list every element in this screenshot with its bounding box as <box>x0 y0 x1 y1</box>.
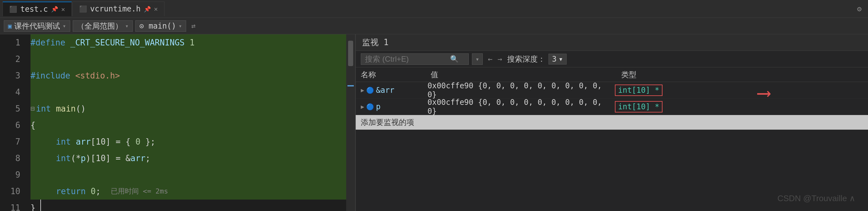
code-line-4 <box>30 84 346 100</box>
watch-row-arr[interactable]: ▶ 🔵 &arr 0x00cffe90 {0, 0, 0, 0, 0, 0, 0… <box>356 82 868 98</box>
code-area[interactable]: 1 2 3 4 5 6 7 8 9 10 11 #define _CRT_S <box>0 34 355 211</box>
code-line-3: #include <stdio.h> <box>30 67 346 84</box>
scope-dropdown[interactable]: ▣ 课件代码测试 ▾ <box>4 20 70 32</box>
var-arr: arr <box>76 133 91 150</box>
brace-close: } <box>30 200 36 211</box>
search-dropdown-btn[interactable]: ▾ <box>472 53 483 65</box>
cursor <box>36 200 41 211</box>
scrollbar[interactable] <box>346 34 355 211</box>
var-p: p <box>81 150 86 167</box>
toolbar: ▣ 课件代码测试 ▾ （全局范围） ▾ ⊙ main() ▾ ⇄ <box>0 18 868 34</box>
kw-define: #define <box>30 34 65 51</box>
expand-icon-p[interactable]: ▶ <box>361 103 364 110</box>
watch-table-header: 名称 值 类型 <box>356 67 868 82</box>
function-label: ⊙ main() <box>140 22 176 31</box>
nav-arrows: ← → <box>486 54 504 64</box>
watermark: CSDN @Trouvaille ∧ <box>777 193 855 203</box>
pointer-icon-p: 🔵 <box>366 103 374 111</box>
scrollbar-indicator <box>347 85 354 86</box>
tab-vcruntime[interactable]: ⬛ vcruntime.h 📌 ✕ <box>72 2 164 16</box>
scrollbar-thumb[interactable] <box>348 41 353 66</box>
line-num-5: 5 <box>0 100 20 117</box>
watch-name-arr: ▶ 🔵 &arr <box>361 86 428 95</box>
watch-value-arr: 0x00cffe90 {0, 0, 0, 0, 0, 0, 0, 0, 0, 0… <box>428 82 615 99</box>
function-dropdown[interactable]: ⊙ main() ▾ <box>135 20 186 32</box>
type-highlight-arr: int[10] * <box>615 85 662 96</box>
num-0-return: 0 <box>91 183 96 200</box>
function-arrow-icon: ▾ <box>179 23 182 29</box>
nav-forward-icon[interactable]: → <box>496 54 504 64</box>
code-lines[interactable]: #define _CRT_SECURE_NO_WARNINGS 1 #inclu… <box>25 34 346 211</box>
kw-int-arr: int <box>56 133 71 150</box>
code-line-1: #define _CRT_SECURE_NO_WARNINGS 1 <box>30 34 346 51</box>
line-num-10: 10 <box>0 183 20 200</box>
settings-icon[interactable]: ⚙ <box>854 3 865 15</box>
depth-label: 搜索深度： <box>507 54 545 64</box>
code-line-7: int arr[10] = { 0 }; <box>30 133 346 150</box>
depth-arrow-icon: ▾ <box>558 55 563 64</box>
line-num-4: 4 <box>0 84 20 100</box>
scope-icon: ▣ <box>8 22 12 30</box>
editor-pane: 1 2 3 4 5 6 7 8 9 10 11 #define _CRT_S <box>0 34 356 211</box>
code-line-2 <box>30 51 346 67</box>
scope-label: 课件代码测试 <box>14 21 60 31</box>
col-header-value: 值 <box>431 69 621 80</box>
watch-search-bar: 🔍 ▾ ← → 搜索深度： 3 ▾ <box>356 51 868 67</box>
col-header-name: 名称 <box>361 69 431 80</box>
kw-include: #include <box>30 67 70 84</box>
pointer-icon-arr: 🔵 <box>366 86 374 94</box>
line-num-11: 11 <box>0 200 20 211</box>
content-area: 1 2 3 4 5 6 7 8 9 10 11 #define _CRT_S <box>0 34 868 211</box>
watch-add-label: 添加要监视的项 <box>361 117 414 127</box>
func-main: main <box>56 100 76 117</box>
search-input[interactable] <box>365 55 447 64</box>
include-file: <stdio.h> <box>75 67 120 84</box>
watch-value-p: 0x00cffe90 {0, 0, 0, 0, 0, 0, 0, 0, 0, 0… <box>428 98 615 116</box>
nav-back-icon[interactable]: ← <box>486 54 494 64</box>
code-line-10: ⇒ return 0; 已用时间 <= 2ms <box>30 183 346 200</box>
depth-value: 3 <box>552 55 556 64</box>
paren-open: () <box>76 100 86 117</box>
code-line-6: { <box>30 117 346 133</box>
context-dropdown[interactable]: （全局范围） ▾ <box>73 20 133 32</box>
tab-vcruntime-label: vcruntime.h <box>90 4 141 13</box>
file-icon: ⬛ <box>9 5 17 13</box>
pin-icon-2: 📌 <box>144 6 151 12</box>
depth-select[interactable]: 3 ▾ <box>549 54 567 64</box>
watch-add-row[interactable]: 添加要监视的项 <box>356 115 868 130</box>
var-arr-ref: arr <box>130 150 146 167</box>
file-icon-2: ⬛ <box>79 5 87 13</box>
line-num-1: 1 <box>0 34 20 51</box>
tab-label: test.c <box>20 5 48 14</box>
collapse-icon: ⊟ <box>30 100 35 117</box>
tab-bar: ⬛ test.c 📌 ✕ ⬛ vcruntime.h 📌 ✕ ⚙ <box>0 0 868 18</box>
tab-vcruntime-close[interactable]: ✕ <box>154 5 158 13</box>
kw-int-main: int <box>36 100 51 117</box>
watch-name-p: ▶ 🔵 p <box>361 102 428 111</box>
col-header-type: 类型 <box>621 69 716 80</box>
watch-type-p: int[10] * <box>615 102 710 111</box>
split-btn[interactable]: ⇄ <box>189 21 198 31</box>
tab-close-icon[interactable]: ✕ <box>61 5 65 13</box>
search-icon: 🔍 <box>450 55 459 63</box>
red-arrow-icon: ⟶ <box>758 81 770 103</box>
code-line-8: int(*p)[10] = &arr; <box>30 150 346 167</box>
code-line-11: } <box>30 200 346 211</box>
bracket-arr: [10] <box>91 133 111 150</box>
scope-arrow-icon: ▾ <box>63 23 66 29</box>
type-highlight-p: int[10] * <box>615 101 662 113</box>
expand-icon-arr[interactable]: ▶ <box>361 87 364 93</box>
line-numbers: 1 2 3 4 5 6 7 8 9 10 11 <box>0 34 25 211</box>
line-num-2: 2 <box>0 51 20 67</box>
num-1: 1 <box>190 34 195 51</box>
app-window: ⬛ test.c 📌 ✕ ⬛ vcruntime.h 📌 ✕ ⚙ ▣ 课件代码测… <box>0 0 868 211</box>
watch-table: ▶ 🔵 &arr 0x00cffe90 {0, 0, 0, 0, 0, 0, 0… <box>356 82 868 211</box>
watch-row-p[interactable]: ▶ 🔵 p 0x00cffe90 {0, 0, 0, 0, 0, 0, 0, 0… <box>356 98 868 115</box>
watch-pane: 监视 1 🔍 ▾ ← → 搜索深度： 3 ▾ <box>356 34 868 211</box>
tab-test-c[interactable]: ⬛ test.c 📌 ✕ <box>3 2 72 16</box>
watch-type-arr: int[10] * <box>615 86 710 95</box>
kw-int-p: int <box>56 150 71 167</box>
line-num-9: 9 <box>0 167 20 183</box>
macro-crt: _CRT_SECURE_NO_WARNINGS <box>70 34 185 51</box>
search-input-wrap[interactable]: 🔍 <box>361 53 469 65</box>
